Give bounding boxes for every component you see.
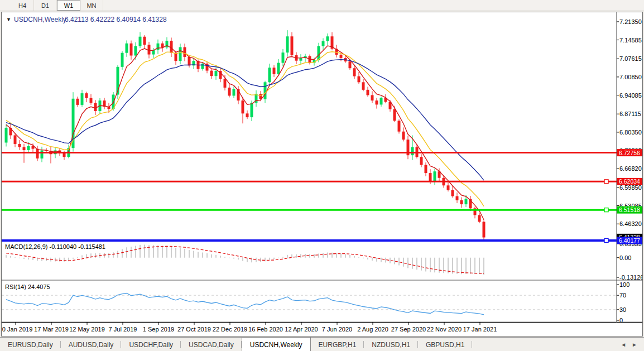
timeframe-toolbar: H4D1W1MN	[0, 0, 644, 11]
candle-body	[90, 98, 93, 103]
date-axis-label: 7 Jul 2019	[109, 326, 137, 333]
tabs-scroll-left-icon[interactable]: ◄	[621, 342, 626, 348]
tabs-scroll-nav: ◄►	[614, 338, 644, 351]
candle-body	[282, 52, 285, 62]
date-axis-label: 17 Jan 2021	[463, 326, 497, 333]
date-axis-label: 16 Feb 2020	[248, 326, 283, 333]
candle-body	[483, 222, 486, 237]
candle-body	[233, 89, 236, 96]
date-axis-label: 12 May 2019	[69, 326, 105, 333]
candle-body	[420, 157, 423, 165]
ma-mid-yellow	[6, 52, 484, 206]
date-axis-label: 22 Dec 2019	[213, 326, 247, 333]
candle-body	[251, 103, 253, 117]
price-badge-label: 6.72756	[619, 150, 640, 156]
ma-fast-red	[6, 46, 484, 220]
candle-body	[23, 147, 26, 150]
candle-body	[143, 37, 146, 45]
candle-body	[358, 76, 361, 83]
macd-axis-label: 0.00	[619, 254, 631, 261]
candle-body	[465, 199, 468, 204]
date-axis-label: 12 Apr 2020	[285, 326, 318, 333]
price-axis-label: 6.94085	[619, 92, 642, 99]
candle-body	[5, 128, 8, 143]
chart-tab-eurgbp[interactable]: EURGBP,H1	[311, 338, 364, 351]
candle-body	[353, 68, 356, 76]
chart-window[interactable]: 7.213507.145857.076157.008506.940856.871…	[1, 12, 643, 336]
candle-body	[268, 68, 271, 82]
price-axis-label: 6.46320	[619, 220, 642, 227]
candle-body	[460, 200, 463, 204]
rsi-axis-label: 30	[619, 306, 626, 313]
price-axis-label: 7.00850	[619, 74, 642, 80]
timeframe-button-w1[interactable]: W1	[57, 0, 80, 11]
date-axis-label: 20 Jan 2019	[2, 326, 32, 333]
candle-body	[286, 36, 289, 52]
candle-body	[224, 79, 227, 88]
candle-body	[425, 165, 427, 173]
chart-tab-usdcnh[interactable]: USDCNH,Weekly	[242, 337, 311, 351]
candle-body	[291, 36, 294, 55]
chart-tab-usdcad[interactable]: USDCAD,Daily	[181, 338, 242, 351]
candle-body	[393, 109, 396, 121]
chart-tab-gbpusd[interactable]: GBPUSD,H1	[418, 338, 472, 351]
candle-body	[242, 100, 244, 113]
candle-body	[326, 36, 329, 41]
candle-body	[179, 47, 182, 61]
candle-body	[456, 196, 459, 200]
price-axis-label: 6.87115	[619, 110, 641, 117]
price-badge-label: 6.62034	[619, 178, 640, 185]
line-handle[interactable]	[604, 180, 608, 184]
rsi-axis-label: 70	[619, 292, 626, 299]
candle-body	[14, 135, 17, 143]
candle-body	[201, 64, 204, 69]
date-axis-label: 7 Jun 2020	[322, 326, 352, 333]
candle-body	[277, 63, 280, 74]
candle-body	[349, 61, 352, 68]
price-axis-label: 6.66820	[619, 165, 642, 172]
macd-indicator-label: MACD(12,26,9) -0.110040 -0.115481	[5, 243, 105, 250]
line-handle[interactable]	[604, 238, 608, 242]
chart-tab-audusd[interactable]: AUDUSD,Daily	[61, 338, 122, 351]
candle-body	[376, 100, 378, 104]
price-axis-label: 7.07615	[619, 55, 642, 62]
date-axis-label: 27 Sep 2020	[391, 326, 426, 333]
candle-body	[228, 88, 231, 95]
candle-body	[170, 41, 173, 53]
candle-body	[76, 99, 79, 105]
candle-body	[161, 44, 164, 47]
candle-body	[478, 215, 481, 222]
line-handle[interactable]	[604, 208, 608, 212]
candle-body	[367, 90, 369, 95]
timeframe-button-d1[interactable]: D1	[34, 0, 57, 11]
date-axis-label: 17 Mar 2019	[34, 326, 69, 333]
chart-tabs-bar: EURUSD,DailyAUDUSD,DailyUSDCHF,DailyUSDC…	[0, 337, 644, 351]
candle-body	[429, 173, 432, 181]
candle-body	[18, 144, 21, 147]
candle-body	[402, 132, 405, 140]
candle-body	[130, 44, 133, 56]
candle-body	[362, 82, 365, 90]
candle-body	[36, 149, 39, 158]
rsi-line	[6, 294, 484, 315]
chart-tab-eurusd[interactable]: EURUSD,Daily	[0, 338, 61, 351]
price-axis-label: 7.14585	[619, 37, 642, 44]
tabs-scroll-right-icon[interactable]: ►	[632, 342, 637, 348]
date-axis-label: 2 Aug 2020	[357, 326, 388, 333]
candle-body	[451, 190, 454, 196]
candle-body	[139, 37, 142, 46]
symbol-dropdown-icon[interactable]: ▼	[6, 17, 11, 22]
price-chart-canvas[interactable]: 7.213507.145857.076157.008506.940856.871…	[2, 12, 642, 336]
chart-tab-nzdusd[interactable]: NZDUSD,H1	[364, 338, 418, 351]
candle-body	[188, 57, 191, 65]
chart-title-symbol: USDCNH,Weekly	[14, 16, 66, 23]
timeframe-button-mn[interactable]: MN	[80, 0, 103, 11]
candle-body	[318, 46, 320, 60]
candle-body	[126, 44, 128, 53]
price-axis-label: 6.80350	[619, 129, 642, 136]
candle-body	[434, 171, 436, 181]
price-axis-label: 7.21350	[619, 18, 642, 25]
candle-body	[215, 71, 218, 76]
timeframe-button-h4[interactable]: H4	[11, 0, 34, 11]
chart-tab-usdchf[interactable]: USDCHF,Daily	[121, 338, 181, 351]
